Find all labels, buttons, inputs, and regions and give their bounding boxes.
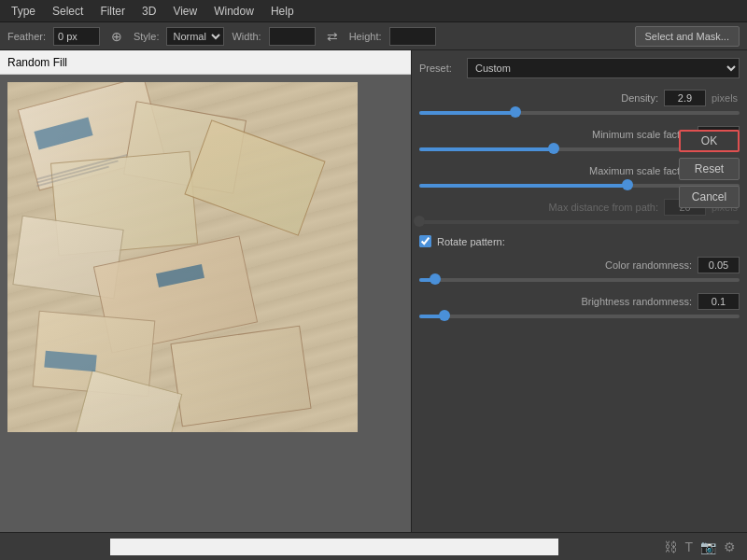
preset-label: Preset: bbox=[419, 63, 461, 74]
style-select[interactable]: Normal bbox=[166, 27, 224, 46]
color-rand-slider-track[interactable] bbox=[419, 278, 740, 282]
link-icon[interactable]: ⛓ bbox=[664, 539, 677, 554]
density-row: Density: pixels bbox=[419, 90, 740, 117]
dialog-buttons: OK Reset Cancel bbox=[679, 130, 740, 208]
max-dist-label: Max distance from path: bbox=[549, 202, 658, 213]
cancel-button[interactable]: Cancel bbox=[679, 186, 740, 208]
density-slider-fill bbox=[419, 111, 515, 115]
ok-button[interactable]: OK bbox=[679, 130, 740, 152]
settings-icon[interactable]: ⚙ bbox=[724, 539, 736, 554]
canvas-title: Random Fill bbox=[0, 50, 411, 75]
density-slider-track[interactable] bbox=[419, 111, 740, 115]
height-label: Height: bbox=[349, 31, 382, 42]
density-slider-thumb[interactable] bbox=[510, 106, 521, 118]
canvas-image bbox=[7, 82, 358, 432]
max-dist-slider-thumb bbox=[414, 216, 425, 227]
preset-row: Preset: Custom bbox=[419, 58, 740, 78]
color-rand-header: Color randomness: bbox=[419, 257, 740, 273]
color-rand-input[interactable] bbox=[698, 257, 740, 273]
min-scale-slider-fill bbox=[419, 147, 554, 151]
menu-view[interactable]: View bbox=[165, 3, 204, 20]
menu-help[interactable]: Help bbox=[263, 3, 302, 20]
max-dist-slider-track bbox=[419, 220, 740, 224]
camera-icon[interactable]: 📷 bbox=[700, 539, 716, 554]
text-icon[interactable]: T bbox=[684, 539, 693, 554]
bottom-strip: ⛓ T 📷 ⚙ bbox=[0, 532, 747, 560]
feather-input[interactable] bbox=[53, 27, 100, 46]
menu-bar: Type Select Filter 3D View Window Help bbox=[0, 0, 747, 22]
color-rand-row: Color randomness: bbox=[419, 257, 740, 284]
color-rand-label: Color randomness: bbox=[605, 259, 692, 271]
brightness-rand-row: Brightness randomness: bbox=[419, 293, 740, 320]
width-label: Width: bbox=[232, 31, 261, 42]
right-panel: Preset: Custom Density: pixels bbox=[411, 50, 747, 532]
newspaper-background bbox=[7, 82, 358, 432]
color-rand-slider-thumb[interactable] bbox=[430, 273, 441, 285]
feather-icon: ⊕ bbox=[107, 27, 126, 46]
menu-select[interactable]: Select bbox=[45, 3, 91, 20]
preset-select[interactable]: Custom bbox=[467, 58, 740, 78]
brightness-rand-slider-track[interactable] bbox=[419, 315, 740, 318]
canvas-area bbox=[0, 75, 411, 532]
style-label: Style: bbox=[134, 31, 160, 42]
swap-icon: ⇄ bbox=[323, 27, 342, 46]
select-mask-button[interactable]: Select and Mask... bbox=[635, 26, 740, 47]
menu-type[interactable]: Type bbox=[4, 3, 43, 20]
reset-button[interactable]: Reset bbox=[679, 158, 740, 180]
max-scale-slider-thumb[interactable] bbox=[622, 179, 633, 190]
brightness-rand-slider-thumb[interactable] bbox=[439, 310, 450, 321]
height-input[interactable] bbox=[389, 27, 436, 46]
min-scale-slider-thumb[interactable] bbox=[548, 143, 559, 154]
brightness-rand-header: Brightness randomness: bbox=[419, 293, 740, 310]
brightness-rand-input[interactable] bbox=[698, 293, 740, 310]
density-unit: pixels bbox=[712, 92, 740, 104]
max-scale-label: Maximum scale factor: bbox=[589, 165, 692, 176]
rotate-pattern-label: Rotate pattern: bbox=[437, 236, 505, 247]
rotate-pattern-checkbox[interactable] bbox=[419, 235, 431, 247]
options-toolbar: Feather: ⊕ Style: Normal Width: ⇄ Height… bbox=[0, 22, 747, 50]
max-scale-slider-fill bbox=[419, 184, 627, 188]
bottom-input[interactable] bbox=[110, 539, 558, 555]
feather-label: Feather: bbox=[7, 31, 46, 42]
rotate-pattern-row: Rotate pattern: bbox=[419, 235, 740, 247]
density-label: Density: bbox=[621, 92, 658, 104]
density-header: Density: pixels bbox=[419, 90, 740, 106]
min-scale-label: Minimum scale factor: bbox=[592, 129, 692, 140]
width-input[interactable] bbox=[269, 27, 316, 46]
main-area: Random Fill bbox=[0, 50, 747, 532]
bottom-center bbox=[7, 539, 660, 555]
brightness-rand-label: Brightness randomness: bbox=[581, 296, 692, 307]
left-panel: Random Fill bbox=[0, 50, 411, 532]
menu-3d[interactable]: 3D bbox=[134, 3, 163, 20]
density-input[interactable] bbox=[664, 90, 706, 106]
bottom-icons: ⛓ T 📷 ⚙ bbox=[660, 539, 740, 554]
menu-filter[interactable]: Filter bbox=[92, 3, 133, 20]
menu-window[interactable]: Window bbox=[206, 3, 261, 20]
